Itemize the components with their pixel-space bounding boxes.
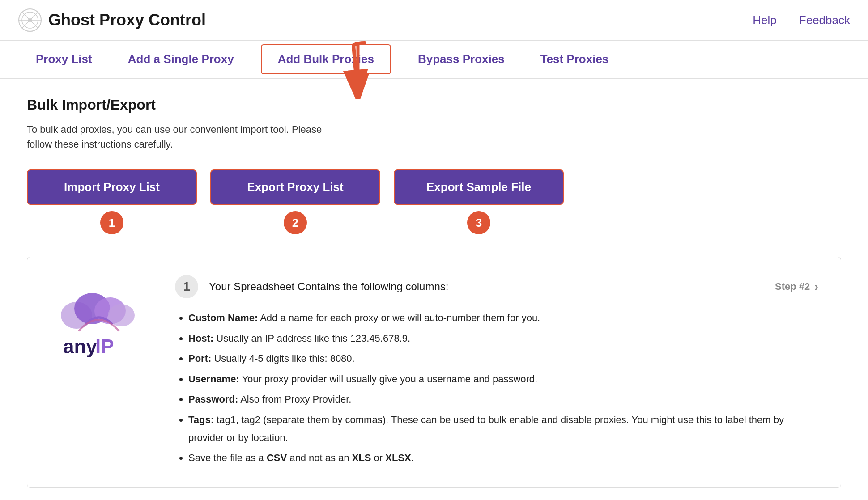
step-nav-arrow: › bbox=[814, 280, 818, 294]
main-content: Bulk Import/Export To bulk add proxies, … bbox=[0, 79, 868, 500]
tab-proxy-list[interactable]: Proxy List bbox=[18, 42, 110, 76]
description: To bulk add proxies, you can use our con… bbox=[27, 122, 340, 152]
anyip-logo-icon: any IP bbox=[50, 275, 148, 364]
anyip-logo-area: any IP bbox=[50, 275, 148, 366]
step-content: 1 Your Spreadsheet Contains the followin… bbox=[175, 275, 818, 470]
sample-btn-group: Export Sample File 3 bbox=[394, 169, 564, 234]
step-title: Your Spreadsheet Contains the following … bbox=[209, 280, 448, 293]
list-item: Password: Also from Proxy Provider. bbox=[188, 390, 818, 408]
svg-text:any: any bbox=[63, 335, 97, 357]
nav-tabs: Proxy List Add a Single Proxy Add Bulk P… bbox=[0, 41, 868, 79]
tab-bypass[interactable]: Bypass Proxies bbox=[400, 42, 523, 76]
step-indicator: 1 bbox=[175, 275, 198, 298]
list-item: Save the file as a CSV and not as an XLS… bbox=[188, 449, 818, 467]
export-btn-group: Export Proxy List 2 bbox=[210, 169, 380, 234]
step-nav[interactable]: Step #2 › bbox=[775, 280, 818, 294]
svg-point-6 bbox=[28, 18, 32, 22]
export-badge: 2 bbox=[284, 211, 307, 234]
import-btn-group: Import Proxy List 1 bbox=[27, 169, 197, 234]
header-nav: Help Feedback bbox=[753, 13, 850, 27]
list-item: Host: Usually an IP address like this 12… bbox=[188, 330, 818, 347]
logo-area: Ghost Proxy Control bbox=[18, 8, 206, 32]
header: Ghost Proxy Control Help Feedback bbox=[0, 0, 868, 41]
svg-text:IP: IP bbox=[95, 335, 114, 357]
list-item: Tags: tag1, tag2 (separate them by comma… bbox=[188, 411, 818, 446]
list-item: Port: Usually 4-5 digits like this: 8080… bbox=[188, 350, 818, 368]
list-item: Custom Name: Add a name for each proxy o… bbox=[188, 309, 818, 327]
down-arrow-icon bbox=[340, 41, 376, 99]
import-proxy-list-button[interactable]: Import Proxy List bbox=[27, 169, 197, 205]
buttons-row: Import Proxy List 1 Export Proxy List 2 … bbox=[27, 169, 841, 234]
instructions-list: Custom Name: Add a name for each proxy o… bbox=[175, 309, 818, 467]
help-link[interactable]: Help bbox=[753, 13, 776, 27]
step-nav-label: Step #2 bbox=[775, 281, 810, 292]
export-proxy-list-button[interactable]: Export Proxy List bbox=[210, 169, 380, 205]
tab-test[interactable]: Test Proxies bbox=[523, 42, 627, 76]
tab-add-single[interactable]: Add a Single Proxy bbox=[110, 42, 252, 76]
sample-badge: 3 bbox=[467, 211, 490, 234]
instructions-box: any IP 1 Your Spreadsheet Contains the f… bbox=[27, 257, 841, 488]
section-title: Bulk Import/Export bbox=[27, 97, 841, 113]
app-title: Ghost Proxy Control bbox=[48, 11, 206, 30]
list-item: Username: Your proxy provider will usual… bbox=[188, 370, 818, 388]
import-badge: 1 bbox=[100, 211, 123, 234]
instructions-header: 1 Your Spreadsheet Contains the followin… bbox=[175, 275, 818, 298]
export-sample-file-button[interactable]: Export Sample File bbox=[394, 169, 564, 205]
ghost-proxy-icon bbox=[18, 8, 42, 32]
feedback-link[interactable]: Feedback bbox=[799, 13, 850, 27]
nav-tabs-inner: Proxy List Add a Single Proxy Add Bulk P… bbox=[18, 41, 850, 78]
